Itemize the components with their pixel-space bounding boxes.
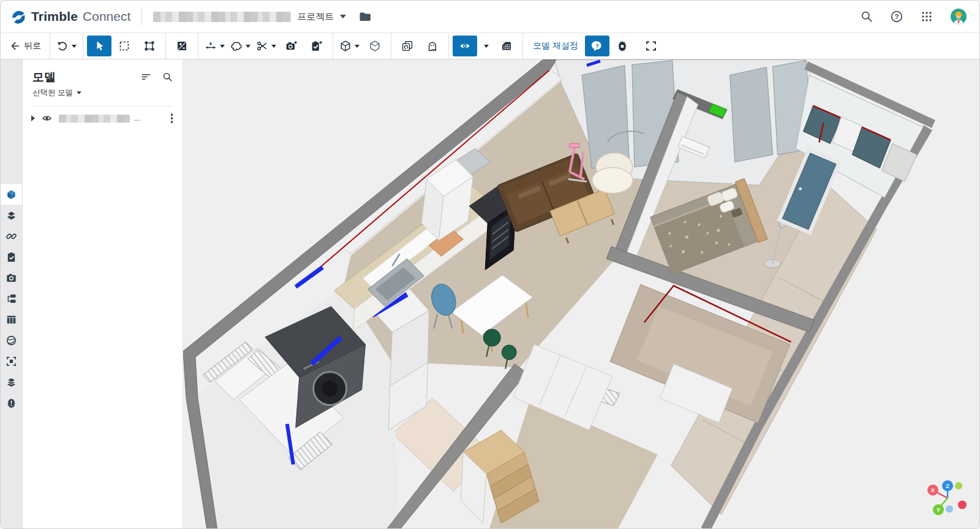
polygon-select-button[interactable] (137, 36, 162, 56)
view-cube-button[interactable] (337, 36, 362, 56)
markup-cloud-icon (230, 40, 243, 52)
expand-arrow-icon[interactable] (31, 115, 35, 121)
axis-ball-minor-blue[interactable] (946, 505, 953, 512)
sort-icon[interactable] (141, 72, 151, 82)
axis-label-x: X (931, 487, 935, 493)
dropdown-caret-icon[interactable] (220, 45, 225, 48)
add-task-button[interactable] (304, 36, 329, 56)
sidebar-item-models[interactable] (1, 184, 22, 205)
model-reset-button[interactable]: 모델 재설정 (527, 40, 584, 51)
panel-title: 모델 (32, 69, 56, 85)
copy-view-button[interactable] (395, 36, 420, 56)
stacked-layers-icon (6, 376, 17, 388)
polygon-select-icon (143, 40, 156, 52)
fullscreen-button[interactable] (639, 36, 663, 56)
globe-swirl-icon (6, 335, 17, 346)
sidebar-item-tables[interactable] (1, 309, 22, 330)
model-list-item[interactable]: ... (23, 107, 183, 130)
ghost-mode-button[interactable] (420, 36, 445, 56)
center-target-icon (6, 356, 17, 367)
svg-text:?: ? (595, 42, 599, 49)
section-cut-button[interactable] (254, 36, 279, 56)
dropdown-caret-icon[interactable] (484, 45, 489, 48)
ghost-icon (426, 40, 439, 52)
back-label: 뒤로 (24, 40, 41, 51)
brand-word-connect: Connect (83, 9, 130, 24)
model-name-ellipsis: ... (134, 114, 140, 123)
dropdown-caret-icon[interactable] (72, 45, 77, 48)
help-bubble-button[interactable]: ? (585, 36, 609, 56)
sidebar-item-web[interactable] (1, 330, 22, 351)
sidebar-item-issues[interactable] (1, 392, 22, 413)
sidebar-item-todo[interactable] (1, 246, 22, 267)
back-button[interactable]: 뒤로 (4, 40, 46, 51)
left-icon-rail (1, 59, 23, 529)
gear-icon (616, 40, 628, 52)
clipboard-check-icon (6, 251, 17, 263)
visibility-eye-icon[interactable] (42, 114, 52, 123)
sidebar-item-structure[interactable] (1, 288, 22, 309)
markup-cloud-button[interactable] (228, 36, 253, 56)
back-arrow-icon (9, 40, 20, 51)
axis-ball-minor-green[interactable] (955, 482, 962, 490)
sidebar-item-stack[interactable] (1, 371, 22, 392)
visibility-dropdown[interactable] (478, 36, 494, 56)
help-bubble-icon: ? (591, 40, 603, 52)
undo-button[interactable] (54, 36, 79, 56)
folder-icon[interactable] (358, 10, 372, 23)
cube-icon (339, 40, 352, 52)
viewport-canvas[interactable]: X Z Y (183, 59, 979, 529)
project-suffix: 프로젝트 (297, 11, 334, 23)
help-icon[interactable]: ? (890, 10, 903, 23)
header-divider (141, 7, 142, 26)
trimble-logo-icon (10, 9, 26, 25)
visibility-eye-icon (459, 40, 471, 52)
ghost-cube-icon (369, 40, 381, 52)
search-icon[interactable] (860, 10, 873, 23)
3d-viewport-scene[interactable]: X Z Y (183, 59, 979, 529)
sidebar-item-layers[interactable] (1, 205, 22, 226)
sidebar-item-snapshots[interactable] (1, 267, 22, 288)
marquee-select-button[interactable] (112, 36, 137, 56)
visibility-button[interactable] (453, 36, 477, 56)
select-cursor-button[interactable] (87, 36, 111, 56)
more-menu-icon[interactable] (168, 111, 176, 126)
dropdown-caret-icon[interactable] (246, 45, 251, 48)
chevron-down-icon[interactable] (340, 15, 346, 18)
sidebar-item-focus[interactable] (1, 351, 22, 371)
selected-model-dropdown[interactable]: 선택된 모델 (32, 88, 173, 98)
apps-grid-icon[interactable] (920, 10, 933, 23)
settings-button[interactable] (610, 36, 635, 56)
measure-button[interactable] (202, 36, 227, 56)
raster-button[interactable] (494, 36, 519, 56)
selected-model-label: 선택된 모델 (32, 88, 73, 98)
fullscreen-icon (645, 40, 657, 52)
invert-selection-button[interactable] (170, 36, 194, 56)
sidebar-item-links[interactable] (1, 226, 22, 246)
layers-icon (6, 210, 17, 221)
raster-grid-icon (500, 40, 513, 52)
scissors-icon (256, 40, 268, 52)
snapshot-button[interactable] (279, 36, 304, 56)
models-cube-icon (6, 189, 17, 200)
axis-ball-minor-red[interactable] (958, 500, 967, 509)
ghost-cube-button[interactable] (363, 36, 387, 56)
dropdown-caret-icon[interactable] (355, 45, 360, 48)
account-avatar[interactable] (950, 8, 967, 25)
axis-label-z: Z (946, 483, 949, 489)
search-icon[interactable] (162, 72, 173, 82)
camera-icon (6, 272, 17, 284)
project-switcher[interactable]: 프로젝트 (153, 11, 346, 23)
marquee-select-icon (118, 40, 130, 52)
app-header: Trimble Connect 프로젝트 ? (1, 1, 979, 33)
cursor-icon (93, 40, 105, 52)
clipboard-add-icon (310, 40, 323, 52)
viewer-toolbar: 뒤로 (1, 33, 979, 59)
dropdown-caret-icon[interactable] (271, 45, 276, 48)
brand-logo[interactable]: Trimble Connect (10, 9, 130, 25)
axis-label-y: Y (937, 507, 940, 513)
model-name-masked (59, 115, 130, 123)
brand-word-trimble: Trimble (31, 9, 78, 24)
link-icon (6, 230, 17, 242)
svg-text:?: ? (895, 13, 899, 20)
